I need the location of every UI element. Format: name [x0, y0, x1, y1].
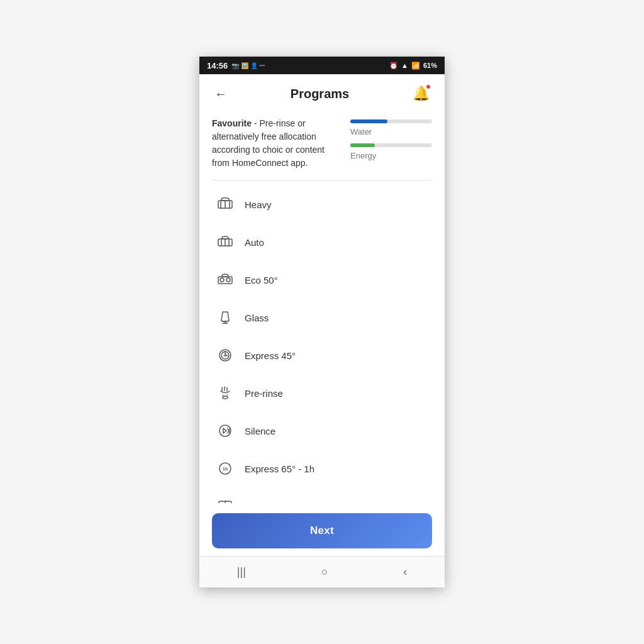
express45-icon: 45 — [214, 345, 236, 366]
signal-icon: 📶 — [411, 62, 420, 70]
water-bar-fill — [350, 119, 387, 123]
menu-nav-button[interactable]: ||| — [225, 560, 258, 584]
favourite-description: Favourite - Pre-rinse or alternatively f… — [212, 117, 340, 170]
energy-metric: Energy — [350, 143, 432, 161]
fav-metrics: Water Energy — [350, 117, 432, 167]
auto-label: Auto — [245, 237, 264, 248]
program-item-glass[interactable]: Glass — [209, 299, 435, 336]
next-button[interactable]: Next — [212, 513, 432, 548]
phone-frame: 14:56 📷 🖼️ 👤 ··· ⏰ ▲ 📶 61% ← Programs 🔔 … — [199, 57, 445, 587]
svg-point-12 — [220, 278, 224, 282]
auto-icon — [214, 231, 236, 253]
notification-button[interactable]: 🔔 — [410, 83, 432, 104]
status-icons: 📷 🖼️ 👤 ··· — [231, 62, 265, 69]
svg-point-11 — [222, 274, 228, 277]
home-nav-button[interactable]: ○ — [309, 560, 341, 584]
program-item-eco50[interactable]: Eco 50° — [209, 261, 435, 299]
glass-icon — [214, 307, 236, 328]
svg-point-13 — [226, 278, 230, 282]
heavy-label: Heavy — [245, 199, 272, 210]
eco50-icon — [214, 269, 236, 291]
water-metric: Water — [350, 119, 432, 137]
nav-bar: ||| ○ ‹ — [199, 556, 445, 587]
program-item-prerinse[interactable]: Pre-rinse — [209, 374, 435, 412]
status-bar: 14:56 📷 🖼️ 👤 ··· ⏰ ▲ 📶 61% — [199, 57, 445, 74]
main-content: Favourite - Pre-rinse or alternatively f… — [199, 111, 445, 503]
svg-text:1h: 1h — [223, 467, 228, 471]
program-item-express45[interactable]: 45 Express 45° — [209, 336, 435, 374]
program-item-heavy[interactable]: Heavy — [209, 186, 435, 223]
prerinse-label: Pre-rinse — [245, 388, 283, 399]
next-btn-container: Next — [199, 503, 445, 556]
prerinse-icon — [214, 382, 236, 404]
svg-point-24 — [223, 396, 228, 399]
express65-icon: 1h — [214, 458, 236, 479]
glass-label: Glass — [245, 313, 269, 323]
alarm-icon: ⏰ — [389, 62, 398, 70]
section-divider — [212, 180, 432, 180]
back-nav-button[interactable]: ‹ — [391, 560, 419, 584]
svg-point-4 — [221, 198, 229, 201]
express45-label: Express 45° — [245, 350, 296, 361]
eco50-label: Eco 50° — [245, 275, 278, 286]
water-label: Water — [350, 127, 372, 136]
silence-label: Silence — [245, 426, 275, 436]
notification-dot — [426, 84, 431, 89]
svg-text:45: 45 — [223, 354, 227, 358]
silence-icon — [214, 420, 236, 441]
program-list: Heavy Auto Eco 50° Glas — [199, 186, 445, 503]
energy-bar-fill — [350, 143, 375, 147]
program-item-auto[interactable]: Auto — [209, 223, 435, 261]
program-item-express65[interactable]: 1h Express 65° - 1h — [209, 450, 435, 487]
heavy-icon — [214, 194, 236, 215]
program-item-machinecare[interactable]: Machine Care — [209, 487, 435, 503]
water-bar-track — [350, 119, 432, 123]
header: ← Programs 🔔 — [199, 74, 445, 111]
energy-label: Energy — [350, 151, 376, 160]
machinecare-icon — [214, 496, 236, 503]
express65-label: Express 65° - 1h — [245, 464, 314, 474]
back-button[interactable]: ← — [212, 85, 230, 103]
page-title: Programs — [291, 87, 349, 101]
wifi-icon: ▲ — [401, 62, 408, 69]
favourite-bold-label: Favourite — [212, 118, 252, 128]
energy-bar-track — [350, 143, 432, 147]
status-time: 14:56 — [207, 61, 228, 70]
battery-pct: 61% — [423, 62, 437, 69]
program-item-silence[interactable]: Silence — [209, 412, 435, 450]
favourite-section: Favourite - Pre-rinse or alternatively f… — [199, 111, 445, 180]
